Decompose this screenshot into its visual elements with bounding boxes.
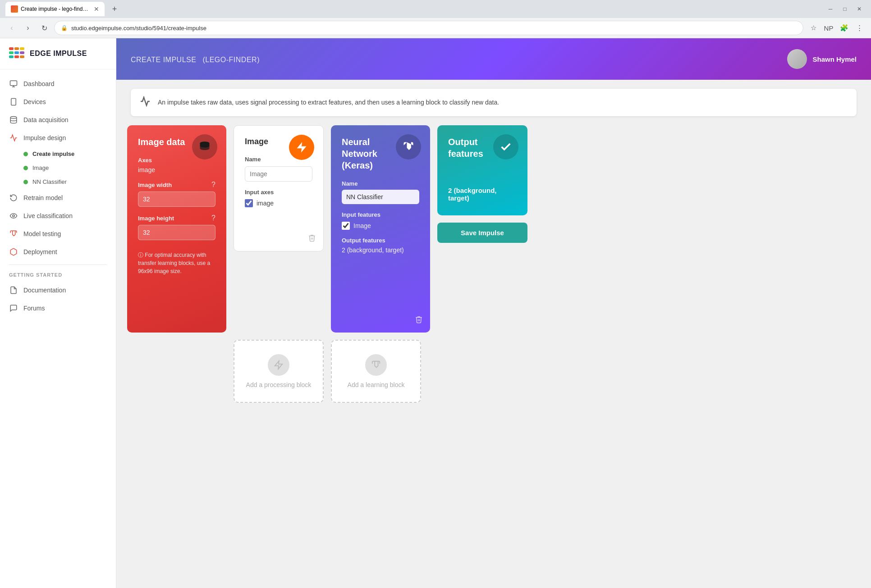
output-features-value: 2 (background, target)	[342, 246, 419, 254]
maximize-button[interactable]: □	[839, 3, 851, 15]
docs-icon	[9, 286, 18, 295]
deploy-icon	[9, 247, 18, 256]
image-checkbox[interactable]	[245, 199, 253, 207]
image-data-icon-circle	[192, 134, 217, 160]
output-value: 2 (background, target)	[448, 187, 517, 202]
sidebar-item-image[interactable]: Image	[23, 161, 116, 175]
svg-marker-8	[297, 142, 307, 152]
height-help-icon[interactable]: ?	[211, 214, 215, 222]
svg-rect-3	[11, 99, 16, 105]
monitor-icon	[9, 79, 18, 88]
sidebar-item-documentation[interactable]: Documentation	[0, 281, 116, 299]
svg-marker-9	[275, 361, 283, 369]
browser-controls: ‹ › ↻ 🔒 studio.edgeimpulse.com/studio/59…	[0, 18, 871, 38]
sidebar-item-dashboard[interactable]: Dashboard	[0, 75, 116, 93]
add-learning-label: Add a learning block	[348, 381, 405, 388]
user-profile[interactable]: Shawn Hymel	[787, 49, 857, 69]
extension-icon[interactable]: 🧩	[838, 22, 850, 34]
sidebar: EDGE IMPULSE Dashboard Devices	[0, 38, 116, 588]
sidebar-sub-nav: Create impulse Image NN Classifier	[0, 147, 116, 189]
sidebar-item-devices[interactable]: Devices	[0, 93, 116, 111]
refresh-button[interactable]: ↻	[38, 22, 50, 34]
minimize-button[interactable]: ─	[824, 3, 837, 15]
database-icon	[9, 115, 18, 124]
neural-name-input[interactable]	[342, 190, 419, 204]
add-learning-icon	[365, 354, 387, 376]
sidebar-item-forums[interactable]: Forums	[0, 299, 116, 317]
new-tab-button[interactable]: +	[108, 3, 121, 15]
forums-icon	[9, 304, 18, 313]
close-button[interactable]: ✕	[853, 3, 866, 15]
sidebar-label-documentation: Documentation	[23, 287, 66, 294]
processing-delete-icon[interactable]	[308, 234, 316, 244]
proc-name-input[interactable]	[245, 166, 312, 182]
cards-row: Image data Axes image Image width ? Imag…	[127, 125, 860, 333]
sidebar-item-impulse-design[interactable]: Impulse design	[0, 129, 116, 147]
profile-icon[interactable]: NP	[822, 22, 835, 34]
add-processing-card[interactable]: Add a processing block	[234, 340, 324, 403]
tab-close-icon[interactable]: ✕	[94, 6, 99, 12]
browser-chrome: Create impulse - lego-finder - Ed ✕ + ─ …	[0, 0, 871, 38]
input-axes-label: Input axes	[245, 189, 312, 196]
sidebar-item-create-impulse[interactable]: Create impulse	[23, 147, 116, 161]
retrain-icon	[9, 193, 18, 202]
avatar-image	[787, 49, 807, 69]
sidebar-label-create-impulse: Create impulse	[32, 150, 74, 157]
add-blocks-row: Add a processing block Add a learning bl…	[234, 340, 860, 403]
sidebar-item-deployment[interactable]: Deployment	[0, 243, 116, 261]
address-bar[interactable]: 🔒 studio.edgeimpulse.com/studio/5941/cre…	[54, 21, 803, 35]
sidebar-item-data-acquisition[interactable]: Data acquisition	[0, 111, 116, 129]
neural-name-label: Name	[342, 180, 419, 187]
sidebar-label-devices: Devices	[23, 98, 46, 105]
height-input[interactable]	[138, 225, 215, 240]
sidebar-label-retrain-model: Retrain model	[23, 194, 63, 201]
width-input[interactable]	[138, 191, 215, 207]
height-label: Image height	[138, 215, 174, 222]
tab-favicon	[11, 5, 18, 13]
input-features-label: Input features	[342, 211, 419, 218]
width-help-icon[interactable]: ?	[211, 181, 215, 189]
save-impulse-button[interactable]: Save Impulse	[437, 223, 527, 243]
sidebar-label-image: Image	[32, 164, 49, 171]
bookmark-icon[interactable]: ☆	[807, 22, 820, 34]
neural-image-label: Image	[353, 222, 371, 229]
info-banner: An impulse takes raw data, uses signal p…	[131, 89, 857, 116]
sidebar-logo: EDGE IMPULSE	[0, 38, 116, 69]
sidebar-label-data-acquisition: Data acquisition	[23, 116, 69, 123]
menu-icon[interactable]: ⋮	[853, 22, 866, 34]
pulse-icon	[9, 133, 18, 142]
sidebar-item-model-testing[interactable]: Model testing	[0, 225, 116, 243]
neural-image-checkbox[interactable]	[342, 222, 350, 230]
url-text: studio.edgeimpulse.com/studio/5941/creat…	[71, 25, 797, 32]
height-label-row: Image height ?	[138, 214, 215, 222]
page-title: CREATE IMPULSE (LEGO-FINDER)	[131, 54, 260, 64]
sidebar-nav: Dashboard Devices Data acquisition	[0, 69, 116, 588]
sidebar-item-retrain-model[interactable]: Retrain model	[0, 189, 116, 207]
add-processing-icon	[268, 354, 289, 376]
sidebar-label-impulse-design: Impulse design	[23, 134, 66, 141]
main-content: CREATE IMPULSE (LEGO-FINDER) Shawn Hymel…	[116, 38, 871, 588]
image-warning: ⓘ For optimal accuracy with transfer lea…	[138, 251, 215, 275]
neural-icon-circle	[396, 134, 421, 160]
output-icon-circle	[493, 134, 518, 160]
getting-started-label: GETTING STARTED	[0, 269, 116, 281]
neural-delete-icon[interactable]	[415, 315, 423, 325]
info-text: An impulse takes raw data, uses signal p…	[158, 98, 499, 107]
sidebar-item-nn-classifier[interactable]: NN Classifier	[23, 175, 116, 189]
image-processing-card: Image Name Input axes image	[234, 125, 324, 251]
browser-tab[interactable]: Create impulse - lego-finder - Ed ✕	[5, 2, 105, 16]
image-checkbox-row: image	[245, 199, 312, 207]
add-learning-card[interactable]: Add a learning block	[331, 340, 421, 403]
output-features-card: Output features 2 (background, target)	[437, 125, 527, 215]
output-features-label: Output features	[342, 237, 419, 244]
image-checkbox-label: image	[257, 200, 274, 207]
sidebar-item-live-classification[interactable]: Live classification	[0, 207, 116, 225]
axes-label: Axes	[138, 157, 215, 164]
output-column: Output features 2 (background, target) S…	[437, 125, 527, 243]
title-text: CREATE IMPULSE	[131, 56, 196, 64]
back-button[interactable]: ‹	[5, 22, 18, 34]
forward-button[interactable]: ›	[22, 22, 34, 34]
live-icon	[9, 211, 18, 220]
image-data-card: Image data Axes image Image width ? Imag…	[127, 125, 226, 333]
header-title-group: CREATE IMPULSE (LEGO-FINDER)	[131, 54, 260, 64]
